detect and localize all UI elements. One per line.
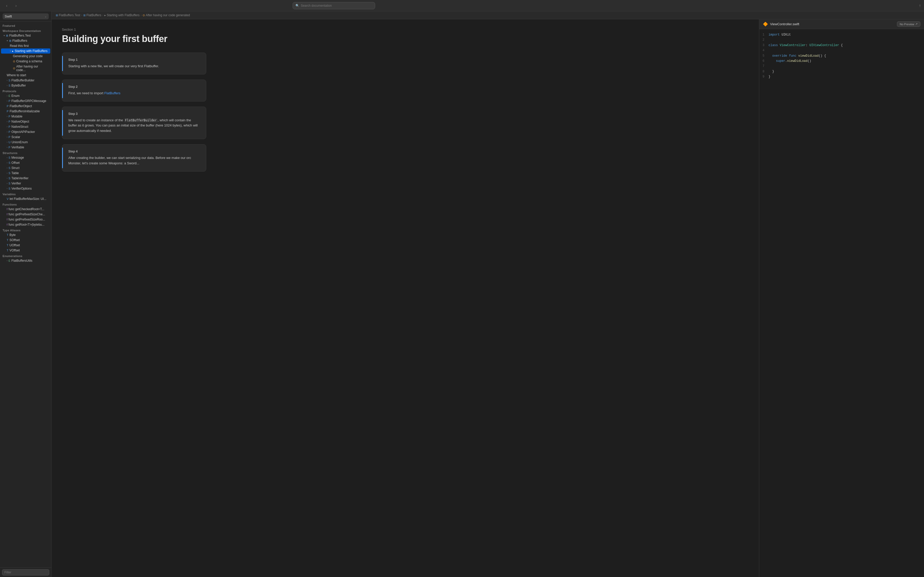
sidebar-item-flatbuffer-builder[interactable]: › S FlatBufferBuilder [1,78,50,83]
code-panel: 🔶 ViewController.swift No Preview ↗ 1 im… [759,19,924,577]
filter-input[interactable] [2,569,49,575]
struct-icon: S [8,84,10,87]
sidebar-item-flatbuffers-utils[interactable]: › E FlatBuffersUtils [1,258,50,263]
nav-forward-button[interactable]: › [12,2,19,9]
sidebar-item-label: Byte [10,233,16,237]
sidebar-item-func-get-checked-root[interactable]: f func getCheckedRoot<T... [1,206,50,212]
sidebar-item-let-flatbuffer[interactable]: V let FlatBufferMaxSize: UI... [1,196,50,201]
step-2-text: First, we need to import FlatBuffers [68,91,200,96]
sidebar-item-verifiable[interactable]: › P Verifiable [1,145,50,150]
step-accent [62,83,63,98]
line-code: } [769,74,771,79]
sidebar-item-label: VerifierOptions [11,187,32,190]
search-input[interactable] [301,4,372,8]
sidebar-item-enum[interactable]: › E Enum [1,93,50,98]
sidebar-item-flatbuffers-test[interactable]: ▾ ⊞ FlatBuffers.Test [1,33,50,38]
sidebar-item-byte[interactable]: T Byte [1,232,50,237]
sidebar-item-func-get-root[interactable]: f func getRoot<T>(bytebu... [1,222,50,227]
grid-icon: ⊞ [83,14,86,17]
step-3-label: Step 3 [68,112,200,116]
code-filename: ViewController.swift [770,22,799,26]
sidebar-item-flatbuffers-initializable[interactable]: P FlatBuffersInitializable [1,109,50,114]
sidebar-item-flatbuffer-grpc-message[interactable]: › P FlatBufferGRPCMessage [1,98,50,103]
sidebar-item-label: Enum [11,94,19,98]
swift-selector[interactable]: Swift ⌄ [3,13,49,19]
sidebar-item-label: Offset [11,161,19,164]
sidebar-item-uoffset[interactable]: T UOffset [1,243,50,248]
code-line-1: 1 import UIKit [759,32,924,37]
protocol-icon: P [8,120,10,123]
chevron-down-icon: ⌄ [45,15,47,18]
sidebar-item-label: let FlatBufferMaxSize: UI... [10,197,47,201]
search-bar: 🔍 [292,2,375,9]
share-button[interactable]: ↑ [919,3,921,8]
sidebar-item-label: VOffset [10,248,20,252]
sidebar-item-label: UnionEnum [11,140,28,144]
sidebar-item-label: Struct [11,166,19,170]
sidebar-item-struct[interactable]: › S Struct [1,165,50,171]
sidebar-item-table[interactable]: › S Table [1,171,50,176]
expand-icon: › [7,177,8,179]
sidebar-item-native-struct[interactable]: › P NativeStruct [1,124,50,129]
expand-icon: ▾ [3,34,5,37]
code-line-5: 5 override func viewDidLoad() { [759,53,924,58]
code-line-2: 2 [759,37,924,42]
sidebar-item-read-this-first[interactable]: Read this first [1,43,50,48]
page-icon: ⊙ [142,14,145,17]
sidebar-item-starting-with-flatbuffers[interactable]: ▾ ▸ Starting with FlatBuffers [1,48,50,53]
line-num: 9 [759,74,769,79]
workspace-section-label: Workspace Documentation [0,28,51,33]
breadcrumb-after-having-code[interactable]: ⊙ After having our code generated [142,13,190,17]
sidebar-item-bytebuffer[interactable]: › S ByteBuffer [1,83,50,88]
sidebar-item-where-to-start[interactable]: Where to start [1,73,50,78]
no-preview-button[interactable]: No Preview ↗ [897,21,921,27]
expand-icon: › [7,156,8,159]
line-code: super.viewDidLoad() [769,58,811,64]
sidebar-item-after-having-code[interactable]: ⊙ After having our code... [1,64,50,73]
breadcrumb-starting-with-flatbuffers[interactable]: ▸ Starting with FlatBuffers [104,13,139,17]
sidebar-item-native-object[interactable]: › P NativeObject [1,119,50,124]
sidebar-item-verifier-options[interactable]: › S VerifierOptions [1,186,50,191]
sidebar-item-soffset[interactable]: T SOffset [1,237,50,243]
code-line-8: 8 } [759,69,924,74]
protocol-icon: P [8,146,10,149]
breadcrumb-flatbuffers[interactable]: ⊞ FlatBuffers [83,13,101,17]
sidebar-item-flatbuffer-object[interactable]: P FlatBufferObject [1,103,50,109]
sidebar-item-flatbuffers[interactable]: ▾ ⊞ FlatBuffers [1,38,50,43]
var-icon: V [7,197,8,200]
line-num: 6 [759,58,769,64]
step-4-label: Step 4 [68,150,200,153]
expand-icon: › [7,136,8,138]
sidebar-header: Swift ⌄ [0,11,51,22]
sidebar-item-creating-schema[interactable]: ⊙ Creating a schema [1,59,50,64]
article-icon: ▸ [104,14,106,17]
func-icon: f [7,223,8,226]
sidebar-item-verifier[interactable]: › S Verifier [1,181,50,186]
protocols-section-label: Protocols [0,88,51,93]
nav-back-button[interactable]: ‹ [3,2,10,9]
expand-icon: › [7,115,8,118]
line-num: 3 [759,43,769,48]
sidebar-item-scalar[interactable]: › P Scalar [1,134,50,140]
line-code: override func viewDidLoad() { [769,53,826,58]
sidebar-item-func-get-prefixed-size-roo[interactable]: f func getPrefixedSizeRoo... [1,217,50,222]
struct-icon: S [8,182,10,185]
sidebar-item-func-get-prefixed-size-che[interactable]: f func getPrefixedSizeChe... [1,212,50,217]
breadcrumb-flatbuffers-test[interactable]: ⊞ FlatBuffers.Test [56,13,80,17]
protocol-icon: P [8,135,10,139]
line-num: 5 [759,53,769,58]
enum-icon: E [8,94,10,97]
sidebar-item-message[interactable]: › S Message [1,155,50,160]
sidebar-item-table-verifier[interactable]: › S TableVerifier [1,176,50,181]
preview-icon: ↗ [915,23,918,26]
sidebar-item-voffset[interactable]: T VOffset [1,248,50,253]
code-line-4: 4 [759,48,924,53]
flatbuffers-link[interactable]: FlatBuffers [104,91,120,95]
step-card-3: Step 3 We need to create an instance of … [62,106,206,139]
sidebar-item-union-enum[interactable]: › U UnionEnum [1,140,50,145]
sidebar-item-generating-code[interactable]: Generating your code [1,53,50,59]
line-num: 4 [759,48,769,53]
sidebar-item-mutable[interactable]: › P Mutable [1,114,50,119]
sidebar-item-offset[interactable]: › S Offset [1,160,50,165]
sidebar-item-object-api-packer[interactable]: › P ObjectAPIPacker [1,129,50,134]
